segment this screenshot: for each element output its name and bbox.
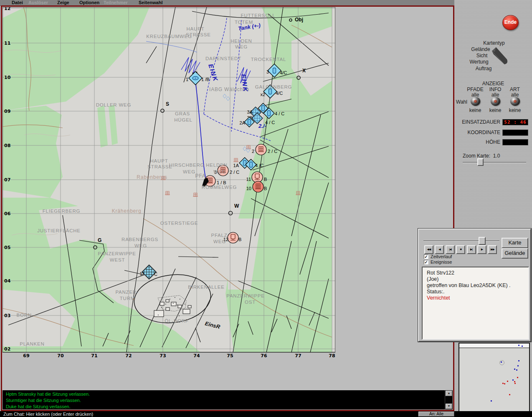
grid-label-bottom: 70 <box>57 353 64 359</box>
tactical-map[interactable]: 22 / C32 / C1 / B11B10B12B11 /B34/Cx24/C… <box>3 7 335 361</box>
place-label: WEG <box>213 239 226 244</box>
anzeige-art-keine[interactable]: keine <box>500 107 529 113</box>
building-dot <box>165 304 166 305</box>
zoom-karte-value: 1.0 <box>493 153 500 159</box>
pink-square-symbol <box>246 145 251 149</box>
unit-label: x2 <box>260 92 265 97</box>
anzeige-knob-pfade[interactable] <box>471 97 480 106</box>
anzeige-knob-info[interactable] <box>491 97 500 106</box>
karte-button[interactable]: Karte <box>502 238 528 248</box>
checkbox-label-ereignisse: Ereignisse <box>431 259 452 264</box>
unit-label: 4 /C <box>255 163 263 168</box>
map-zoom-slider-handle[interactable] <box>477 158 484 166</box>
grid-label-left: 11 <box>4 41 10 46</box>
unit-label: 3A <box>247 109 253 114</box>
chat-message: Sturmtiger hat die Sitzung verlassen. <box>6 398 81 403</box>
event-log: Rot Strv122(Joe)getroffen von Blau Leo2A… <box>422 267 529 340</box>
menu-item-zeige[interactable]: Zeige <box>57 0 69 5</box>
höhe-display <box>502 139 528 145</box>
place-label: FLIEGERBERG <box>43 208 81 214</box>
chat-recipient-button[interactable]: An: Alle <box>418 412 454 417</box>
place-label: WEG <box>183 169 195 174</box>
höhe-label: HÖHE <box>454 139 500 145</box>
overview-map <box>459 343 530 414</box>
place-label: WEG <box>235 44 248 49</box>
kartentyp-option-auftrag[interactable]: Auftrag <box>465 66 502 71</box>
menu-item-auslöser: Auslöser <box>28 0 48 5</box>
building-dot <box>177 305 178 305</box>
place-label: Krähenberg <box>112 208 142 214</box>
grid-label-bottom: 69 <box>23 353 29 359</box>
menu-item-seitenwahl[interactable]: Seitenwahl <box>139 0 162 5</box>
place-label: HÜGEL <box>174 117 193 122</box>
chat-log: ▲ ▼ Hptm Stransky hat die Sitzung verlas… <box>3 390 453 409</box>
einsatzdauer-display: 52 : 46 <box>502 119 528 125</box>
building-dot <box>161 307 162 308</box>
rewind-button[interactable]: ◀◀ <box>424 245 433 254</box>
overview-unit-dot-blue <box>516 369 517 371</box>
unit-label: B <box>264 177 267 182</box>
event-line: Rot Strv122 <box>427 270 524 276</box>
gelaende-button[interactable]: Gelände <box>502 248 528 259</box>
marker-label: W <box>234 203 239 209</box>
checkbox-zeitverlauf[interactable]: ✓ <box>424 254 428 259</box>
scroll-up-icon[interactable]: ▲ <box>446 391 452 396</box>
grid-label-left: 06 <box>4 211 11 216</box>
checkbox-label-zeitverlauf: Zeitverlauf <box>431 254 452 259</box>
ende-button[interactable]: Ende <box>502 15 519 30</box>
place-label: Rabenbergs <box>137 174 167 180</box>
place-label: RABENBERGS <box>122 237 158 242</box>
grid-label-left: 02 <box>4 346 10 352</box>
event-line: getroffen von Blau Leo2A5DK (KE) . <box>427 282 524 289</box>
building-dot <box>185 304 185 305</box>
unit-label: 4 / C <box>265 120 275 125</box>
koordinate-display <box>502 130 528 136</box>
checkbox-ereignisse[interactable]: ✓ <box>424 260 428 264</box>
grid-label-bottom: 77 <box>295 353 301 359</box>
grid-label-left: 12 <box>4 7 10 11</box>
overview-unit-dot-blue <box>518 345 519 346</box>
play-button[interactable]: ▶ <box>477 245 486 254</box>
anzeige-col-art: ART <box>500 86 529 92</box>
unit-label: 2 / C <box>268 149 277 154</box>
step-start-button[interactable]: |◀ <box>446 245 455 254</box>
menu-item-datei[interactable]: Datei <box>12 0 23 5</box>
anzeige-knob-art[interactable] <box>510 97 520 106</box>
pen-pointer-icon <box>490 46 508 65</box>
chat-prompt[interactable]: Zum Chat: Hier klicken (oder Enter drück… <box>3 412 93 417</box>
place-label: BORN- <box>16 313 33 318</box>
koordinate-label: KOORDINATE <box>454 130 500 135</box>
chat-scrollbar[interactable]: ▲ ▼ <box>445 390 453 409</box>
unit-label: C <box>154 272 157 277</box>
place-label: WEG <box>134 243 147 248</box>
fast-forward-button[interactable]: ▶▶ <box>488 245 497 254</box>
unit-label: 3 <box>266 69 269 74</box>
step-end-button[interactable]: ▶| <box>467 245 476 254</box>
building-dot <box>158 315 159 315</box>
menu-item-teilnehmer: Teilnehmer <box>104 0 128 5</box>
stop-button[interactable]: ■ <box>456 245 465 254</box>
event-line: (Joe) <box>427 276 524 282</box>
marker-label: S <box>166 101 169 107</box>
map-zoom-slider-track[interactable] <box>463 162 526 163</box>
place-label: OSTERSTIEGE <box>160 221 198 226</box>
menu-item-optionen[interactable]: Optionen <box>79 0 99 5</box>
play-reverse-button[interactable]: ◀ <box>435 245 444 254</box>
chat-message: Hptm Stransky hat die Sitzung verlassen. <box>6 392 90 397</box>
status-bar: Zum Chat: Hier klicken (oder Enter drück… <box>0 411 532 417</box>
timeline-slider-handle[interactable] <box>479 237 486 245</box>
scroll-down-icon[interactable]: ▼ <box>446 404 452 409</box>
overview-unit-dot-blue <box>522 346 523 347</box>
wahl-label: Wahl <box>456 99 469 105</box>
building-dot <box>175 297 175 298</box>
place-label: HELDEN <box>231 38 252 43</box>
timeline-slider-track[interactable] <box>423 241 499 242</box>
grid-label-bottom: 78 <box>329 353 335 359</box>
place-label: GALGENBERG <box>255 84 292 89</box>
overview-unit-dot-red <box>517 377 518 378</box>
forest-area <box>3 106 63 198</box>
grid-label-left: 08 <box>4 143 10 148</box>
place-label: DOLLER WEG <box>96 102 132 107</box>
zoom-karte-label: Zoom Karte: 1.0 <box>463 153 500 159</box>
building <box>166 308 170 310</box>
